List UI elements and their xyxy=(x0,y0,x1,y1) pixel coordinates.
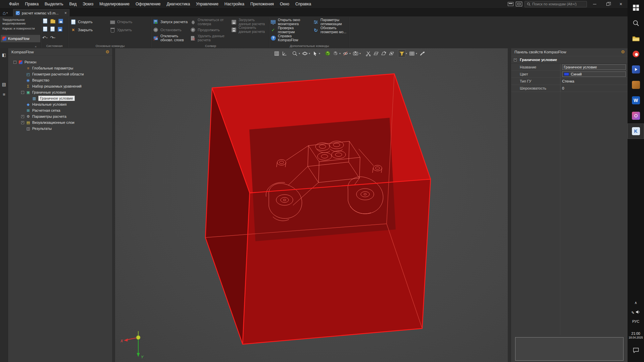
media-app-icon[interactable] xyxy=(628,62,644,77)
properties-section-header[interactable]: − Граничное условие xyxy=(511,56,628,64)
3d-viewport[interactable]: ▾ ▾ ▾ ▾ ▾ ▾ ▾ ▾ xyxy=(115,48,508,362)
clip-plane-point-button[interactable] xyxy=(388,49,395,57)
menu-select[interactable]: Выделить xyxy=(42,0,66,8)
window-layout-icon[interactable] xyxy=(516,2,522,6)
menu-help[interactable]: Справка xyxy=(292,0,314,8)
menu-modeling[interactable]: Моделирование xyxy=(96,0,133,8)
color-value-field[interactable]: Синий xyxy=(562,71,626,77)
menu-settings[interactable]: Настройка xyxy=(221,0,247,8)
collapse-icon[interactable]: − xyxy=(514,58,517,61)
mesh-table-button[interactable] xyxy=(408,49,415,57)
menu-file[interactable]: Файл xyxy=(6,0,22,8)
open-command[interactable]: Открыть xyxy=(110,19,132,24)
pen-icon[interactable]: ✎ xyxy=(631,311,634,315)
save-document-icon[interactable] xyxy=(58,19,63,23)
gear-icon[interactable]: ⚙ xyxy=(105,49,109,54)
command-search[interactable] xyxy=(525,1,587,7)
check-geometry-command[interactable]: ✓ Проверка геометрии xyxy=(270,26,295,34)
action-center-icon[interactable] xyxy=(628,348,644,354)
monitor-icon[interactable] xyxy=(508,2,513,6)
kompasflow-help-command[interactable]: ? Справка KompasFlow xyxy=(270,34,298,42)
photos-app-icon[interactable] xyxy=(628,108,644,123)
tree-item-results[interactable]: ◫ Результаты xyxy=(26,125,112,132)
properties-splitter[interactable] xyxy=(508,48,511,362)
home-tab-button[interactable]: ⌂ ▾ xyxy=(0,10,8,16)
new-document-icon[interactable] xyxy=(43,18,47,23)
undo-button[interactable]: ↶▾ xyxy=(42,35,47,40)
orbit-rotate-button[interactable] xyxy=(301,49,308,57)
tree-item-mesh[interactable]: ⊞ Расчетная сетка xyxy=(26,107,112,113)
gear-icon[interactable]: ⚙ xyxy=(621,49,625,54)
app-icon-amber[interactable] xyxy=(628,77,644,93)
ribbon-tab-wireframe-surfaces[interactable]: Каркас и поверхности xyxy=(1,26,40,31)
language-indicator[interactable]: РУС xyxy=(628,319,644,323)
ribbon-tab-kompasflow[interactable]: KompasFlow xyxy=(1,35,40,42)
tree-item-equations[interactable]: Σ Набор решаемых уравнений xyxy=(26,83,112,89)
display-mode-button[interactable] xyxy=(332,49,339,57)
layers-panel-icon[interactable]: ▤ xyxy=(1,82,7,87)
tree-item-domain-geometry[interactable]: ◰ Геометрия расчетной области xyxy=(26,71,112,77)
tree-item-boundary-condition[interactable]: ▥ Граничное условие xyxy=(32,95,112,101)
tree-item-visual-layers[interactable]: + ▤ Визуализационные слои xyxy=(21,119,112,125)
caret-down-icon[interactable]: ▾ xyxy=(299,52,300,55)
name-value-field[interactable]: Граничное условие xyxy=(562,64,626,70)
tree-panel-icon[interactable]: ◧ xyxy=(1,52,7,58)
zoom-button[interactable] xyxy=(291,49,298,57)
run-calculation-command[interactable]: Запуск расчета xyxy=(153,19,188,24)
document-properties-icon[interactable] xyxy=(43,27,47,32)
disable-layer-update-command[interactable]: Отключить обновл. слоев xyxy=(153,34,184,42)
maximize-button[interactable] xyxy=(602,0,613,8)
menu-panel-icon[interactable]: ≡ xyxy=(1,92,7,97)
tree-item-region[interactable]: − Регион xyxy=(13,59,112,65)
volume-icon[interactable] xyxy=(636,310,640,314)
trim-button[interactable] xyxy=(364,49,372,57)
coordinate-axes-button[interactable] xyxy=(281,49,288,57)
create-command[interactable]: Создать xyxy=(70,19,93,24)
caret-down-icon[interactable]: ▾ xyxy=(339,52,341,55)
search-input[interactable] xyxy=(532,2,585,6)
expand-icon[interactable]: + xyxy=(21,115,24,118)
caret-down-icon[interactable]: ▾ xyxy=(359,52,361,55)
stop-command[interactable]: Остановить xyxy=(153,27,182,33)
tree-item-substance[interactable]: ◉ Вещество xyxy=(26,77,112,83)
save-as-icon[interactable] xyxy=(58,27,62,32)
save-calc-data-command[interactable]: Сохранить данные расчета xyxy=(231,26,265,34)
shaded-view-button[interactable] xyxy=(324,49,331,57)
menu-styling[interactable]: Оформление xyxy=(133,0,163,8)
optimization-params-command[interactable]: Параметры оптимизации xyxy=(313,18,342,26)
menu-edit[interactable]: Правка xyxy=(22,0,42,8)
word-icon[interactable]: W xyxy=(628,93,644,108)
tray-icons[interactable]: ✎ xyxy=(628,310,644,315)
select-cursor-button[interactable] xyxy=(311,49,318,57)
caret-down-icon[interactable]: ▾ xyxy=(319,52,320,55)
delete-command[interactable]: Удалить xyxy=(110,27,132,33)
taskbar-clock[interactable]: 21:00 18.04.2025 xyxy=(628,331,644,339)
document-info-icon[interactable] xyxy=(50,27,55,32)
clip-plane-button[interactable] xyxy=(372,49,380,57)
caret-down-icon[interactable]: ▾ xyxy=(406,52,407,55)
collapse-ribbon-icon[interactable]: « xyxy=(35,45,37,48)
update-geometry-command[interactable]: ↻ Обновить геометрию мо... xyxy=(313,26,346,34)
open-document-icon[interactable] xyxy=(50,20,55,23)
start-button[interactable] xyxy=(628,0,644,15)
ribbon-tab-solid-modeling[interactable]: Твердотельное моделирование xyxy=(1,17,40,26)
close-command[interactable]: × Закрыть xyxy=(70,27,93,33)
tree-item-global-params[interactable]: ≡ Глобальные параметры xyxy=(26,65,112,71)
document-tab[interactable]: расчет компас v3.m... × xyxy=(13,9,69,16)
section-view-button[interactable] xyxy=(352,49,359,57)
tree-item-calc-params[interactable]: + ⚙ Параметры расчета xyxy=(21,113,112,119)
file-explorer-icon[interactable] xyxy=(628,31,644,46)
tab-close-icon[interactable]: × xyxy=(64,11,67,15)
kompas-taskbar-icon[interactable]: K xyxy=(628,123,644,139)
eyedropper-button[interactable] xyxy=(418,49,426,57)
caret-down-icon[interactable]: ▾ xyxy=(349,52,351,55)
collapse-icon[interactable]: − xyxy=(13,61,16,64)
menu-diagnostics[interactable]: Диагностика xyxy=(164,0,193,8)
3d-viewport-canvas[interactable]: X Y xyxy=(115,48,508,362)
disconnect-solver-command[interactable]: Отключиться от солвера xyxy=(190,18,224,26)
continue-command[interactable]: Продолжить xyxy=(190,27,220,33)
color-swatch[interactable] xyxy=(564,72,569,76)
hide-objects-button[interactable] xyxy=(342,49,349,57)
expand-icon[interactable]: + xyxy=(21,121,24,124)
taskbar-chevron-up[interactable]: ∧ xyxy=(628,301,644,305)
